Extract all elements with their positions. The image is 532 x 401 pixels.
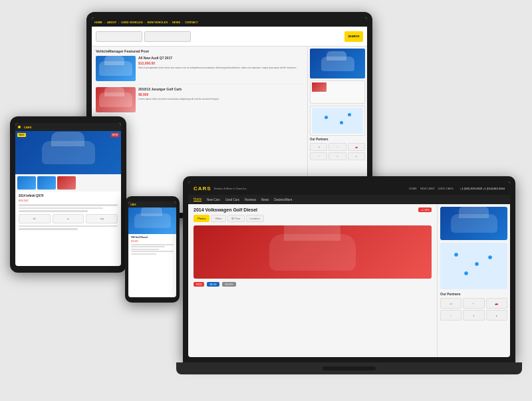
desktop-second-car-title: 2010/13 Jeswiger Golf Carb	[138, 87, 303, 91]
phone-hero	[128, 207, 176, 234]
tablet-text-line-4	[19, 225, 118, 227]
desktop-search-field2[interactable]	[144, 31, 191, 42]
laptop-device: CARS Dealers & More in Town Inc. HOME NE…	[183, 176, 515, 389]
laptop-tab-3d[interactable]: 3D Tour	[227, 215, 245, 222]
laptop-sub-nav-news[interactable]: News	[261, 198, 269, 201]
desktop-section-title: VehicleManager Featured Post	[96, 49, 303, 53]
laptop-color-badge-white: WHITE	[222, 282, 236, 287]
laptop-partner-4: ☆	[440, 310, 462, 321]
laptop-car-title: 2014 Volkswagen Golf Diesel	[194, 207, 257, 212]
phone-frame: CARS VW Golf Diesel $19,900	[125, 196, 180, 303]
desktop-right-card1	[310, 80, 365, 104]
phone-screen: CARS VW Golf Diesel $19,900	[128, 201, 176, 297]
laptop-tab-video[interactable]: Video	[211, 215, 225, 222]
tablet-frame: CARS SALE NEW 2014 Infiniti QX70 $2	[10, 116, 126, 273]
desktop-nav-about[interactable]: ABOUT	[107, 21, 116, 24]
desktop-nav: HOME | ABOUT | USED VEHICLES | NEW VEHIC…	[92, 17, 367, 27]
tablet-thumb-1[interactable]	[17, 176, 36, 190]
desktop-nav-news[interactable]: NEWS	[172, 21, 180, 24]
laptop-color-badge-blue: BLUE	[207, 282, 219, 287]
desktop-car-image	[96, 56, 136, 81]
desktop-right-hero-img	[310, 49, 365, 78]
tablet-nav-dot	[18, 126, 21, 128]
laptop-sub-nav-dealers[interactable]: Dealers/More	[274, 198, 292, 201]
phone-text-4	[131, 251, 174, 252]
laptop-content: 2014 Volkswagen Golf Diesel +1.14% Photo…	[188, 204, 510, 357]
desktop-second-car-desc: Lorem ipsum dolor sit amet consectetur a…	[138, 98, 303, 101]
laptop-hero-image	[194, 225, 432, 279]
phone-text-2	[131, 246, 165, 247]
laptop-sub-nav-new[interactable]: New Cars	[207, 198, 220, 201]
desktop-second-car-info: 2010/13 Jeswiger Golf Carb $8,500 Lorem …	[138, 87, 303, 112]
desktop-nav-contact[interactable]: CONTACT	[185, 21, 198, 24]
laptop-sub-nav-used[interactable]: Used Cars	[225, 198, 239, 201]
phone-nav: CARS	[128, 201, 176, 207]
laptop-map-pin-4	[464, 271, 469, 276]
laptop-nav-link-2[interactable]: NEW CARS	[420, 187, 435, 190]
tablet-thumb-3[interactable]	[57, 176, 76, 190]
partner-logo-1: 🏎	[310, 143, 327, 151]
tablet-spec-3: eng	[86, 214, 118, 223]
laptop-logo: CARS	[194, 186, 211, 192]
laptop-screen-wrap: CARS Dealers & More in Town Inc. HOME NE…	[183, 176, 515, 362]
laptop-nav-links: HOME NEW CARS USED CARS	[409, 187, 454, 190]
desktop-car-info: All New Audi Q7 2017 $12,000.00 Sed ut p…	[138, 56, 303, 81]
partner-logo-5: ●	[329, 152, 346, 160]
phone-car-silhouette	[134, 213, 171, 228]
laptop-tab-photos[interactable]: Photos	[194, 215, 209, 222]
phone-device: CARS VW Golf Diesel $19,900	[125, 196, 180, 303]
map-pin1	[325, 116, 328, 119]
laptop-map-pin-2	[474, 261, 479, 267]
tablet-screen: CARS SALE NEW 2014 Infiniti QX70 $2	[15, 123, 121, 266]
laptop-right-hero	[440, 207, 507, 240]
laptop-tab-location[interactable]: Location	[246, 215, 264, 222]
laptop-left-panel: 2014 Volkswagen Golf Diesel +1.14% Photo…	[188, 204, 437, 357]
laptop-partner-1: 🏎	[440, 298, 462, 309]
tablet-car-price: $28,500	[19, 199, 118, 202]
desktop-nav-new[interactable]: NEW VEHICLES	[148, 21, 168, 24]
tablet-text-line-2	[19, 207, 103, 209]
partner-logo-4: ☆	[310, 152, 327, 160]
desktop-search-field[interactable]	[96, 31, 142, 42]
laptop-sub-nav-reviews[interactable]: Reviews	[245, 198, 256, 201]
laptop-sub-nav-home[interactable]: Home	[194, 198, 201, 201]
laptop-nav-link-3[interactable]: USED CARS	[438, 187, 453, 190]
tablet-content: 2014 Infiniti QX70 $28,500 km yr eng	[15, 192, 121, 234]
tablet-sale-badge: SALE	[17, 133, 26, 137]
desktop-search-bar: SEARCH	[92, 27, 367, 47]
tablet-thumbnails	[15, 174, 121, 192]
laptop-map-pin-1	[454, 252, 459, 257]
laptop-right-panel: Our Partners 🏎 ♾ 🚗 ☆ ● ▲	[437, 204, 510, 357]
partner-logo-3: 🚗	[348, 143, 365, 151]
laptop-car-title-row: 2014 Volkswagen Golf Diesel +1.14%	[194, 207, 432, 212]
tablet-thumb-2[interactable]	[37, 176, 56, 190]
tablet-spec-1: km	[19, 214, 51, 223]
tablet-new-badge: NEW	[111, 133, 119, 137]
tablet-car-silhouette	[42, 141, 95, 164]
tablet-device: CARS SALE NEW 2014 Infiniti QX70 $2	[10, 116, 126, 273]
laptop-partner-2: ♾	[463, 298, 484, 309]
desktop-car-divider	[96, 84, 303, 84]
laptop-color-badge-red: RED	[194, 282, 204, 287]
map-pin3	[348, 113, 351, 116]
laptop-header: CARS Dealers & More in Town Inc. HOME NE…	[188, 182, 510, 195]
laptop-nav-link-1[interactable]: HOME	[409, 187, 417, 190]
desktop-map	[312, 108, 363, 134]
laptop-screen: CARS Dealers & More in Town Inc. HOME NE…	[188, 182, 510, 357]
partner-logo-2: ♾	[329, 143, 346, 151]
desktop-second-car-price: $8,500	[138, 92, 303, 96]
car-silhouette	[99, 61, 132, 76]
desktop-nav-sep1: |	[104, 21, 105, 24]
tablet-nav: CARS	[15, 123, 121, 131]
desktop-car-price: $12,000.00	[138, 61, 303, 65]
desktop-search-button[interactable]: SEARCH	[344, 31, 363, 42]
laptop-partners-title: Our Partners	[440, 292, 507, 296]
desktop-second-car-image	[96, 87, 136, 112]
desktop-partners-title: Our Partners	[310, 138, 365, 141]
desktop-nav-home[interactable]: HOME	[94, 21, 102, 24]
desktop-partners-section: Our Partners 🏎 ♾ 🚗 ☆ ● ▲	[310, 138, 365, 160]
desktop-nav-used[interactable]: USED VEHICLES	[121, 21, 142, 24]
desktop-right-car-sil	[321, 57, 354, 71]
desktop-right-map-card	[310, 106, 365, 136]
desktop-featured-car: All New Audi Q7 2017 $12,000.00 Sed ut p…	[96, 56, 303, 81]
